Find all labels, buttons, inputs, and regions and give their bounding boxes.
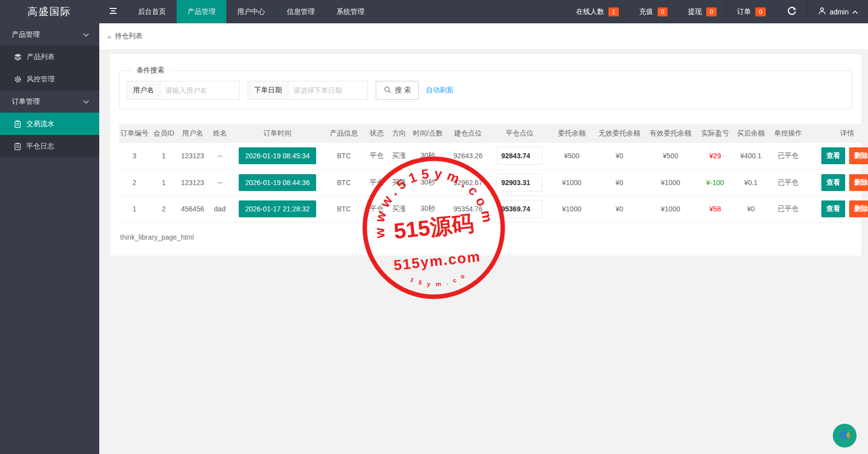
order-count-badge: 0 <box>755 7 766 16</box>
header-profit: 实际盈亏 <box>697 124 734 143</box>
cell-username: 123123 <box>178 143 207 169</box>
view-button[interactable]: 查看 <box>821 200 845 217</box>
search-legend: 条件搜索 <box>132 66 169 75</box>
page-title: 持仓列表 <box>115 32 142 41</box>
view-button[interactable]: 查看 <box>821 174 845 191</box>
sidebar-item-label: 交易流水 <box>26 120 54 129</box>
cell-control-status: 已平仓 <box>768 169 808 195</box>
positions-card: 条件搜索 用户名 下单日期 搜 索 自动刷新 <box>110 54 861 256</box>
sidebar-item-risk-control[interactable]: 风控管理 <box>0 68 99 90</box>
cell-member-id: 1 <box>150 143 178 169</box>
view-button[interactable]: 查看 <box>821 147 845 164</box>
cell-status: 平仓 <box>365 195 388 222</box>
header-status: 状态 <box>365 124 388 143</box>
close-point-input[interactable] <box>497 147 542 165</box>
stat-label: 订单 <box>737 7 751 16</box>
sidebar: 产品管理 产品列表 风控管理 订单管理 交易流水 平仓日志 <box>0 23 99 454</box>
recharge-count-badge: 0 <box>658 7 668 16</box>
cell-product: BTC <box>323 143 365 169</box>
cell-profit: ¥-100 <box>697 169 734 195</box>
chevron-down-icon <box>83 98 89 106</box>
cell-entrust: ¥1000 <box>549 195 595 222</box>
admin-username: admin <box>830 8 849 16</box>
refresh-button[interactable] <box>776 0 807 23</box>
stat-withdraw[interactable]: 提现 0 <box>677 0 727 23</box>
nav-item-info[interactable]: 信息管理 <box>276 0 326 23</box>
nav-item-users[interactable]: 用户中心 <box>226 0 276 23</box>
cell-entrust: ¥500 <box>549 143 595 169</box>
stat-recharge[interactable]: 充值 0 <box>629 0 678 23</box>
order-time-button[interactable]: 2026-01-17 21:28:32 <box>239 200 316 217</box>
order-time-button[interactable]: 2026-01-19 08:45:34 <box>239 147 316 164</box>
refresh-icon <box>787 6 797 17</box>
cell-username: 456456 <box>178 195 207 222</box>
delete-button[interactable]: 删除 <box>849 174 868 191</box>
search-button[interactable]: 搜 索 <box>376 81 419 100</box>
search-button-label: 搜 索 <box>395 86 411 95</box>
sidebar-group-orders[interactable]: 订单管理 <box>0 90 99 113</box>
cell-name: -- <box>207 169 232 195</box>
cell-open-point: 95354.76 <box>446 195 490 222</box>
username-label: 用户名 <box>127 81 160 100</box>
header-control: 单控操作 <box>768 124 808 143</box>
cell-name: dad <box>207 195 232 222</box>
close-point-input[interactable] <box>497 200 542 218</box>
cell-after-balance: ¥0.1 <box>734 169 768 195</box>
nav-item-home[interactable]: 后台首页 <box>127 0 177 23</box>
header-detail: 详情 <box>808 124 868 143</box>
admin-menu[interactable]: admin <box>807 0 868 23</box>
nav-item-products[interactable]: 产品管理 <box>177 0 226 23</box>
sound-button[interactable] <box>833 424 857 448</box>
cell-control-status: 已平仓 <box>768 195 808 222</box>
sidebar-item-product-list[interactable]: 产品列表 <box>0 46 99 68</box>
withdraw-count-badge: 0 <box>706 7 717 16</box>
delete-button[interactable]: 删除 <box>849 147 868 164</box>
clipboard-icon <box>14 142 21 150</box>
cell-entrust: ¥1000 <box>549 169 595 195</box>
cell-username: 123123 <box>178 169 207 195</box>
cell-status: 平仓 <box>365 169 388 195</box>
header-open-point: 建仓点位 <box>446 124 490 143</box>
stat-label: 在线人数 <box>576 7 604 16</box>
sidebar-item-trade-flow[interactable]: 交易流水 <box>0 113 99 135</box>
username-input[interactable] <box>160 81 240 100</box>
cell-duration: 30秒 <box>410 169 446 195</box>
header-order-time: 订单时间 <box>232 124 323 143</box>
header-member-id: 会员ID <box>150 124 178 143</box>
table-row: 1 2 456456 dad 2026-01-17 21:28:32 BTC 平… <box>119 195 868 222</box>
delete-button[interactable]: 删除 <box>849 200 868 217</box>
stat-orders[interactable]: 订单 0 <box>727 0 776 23</box>
nav-item-system[interactable]: 系统管理 <box>326 0 375 23</box>
cell-order-no: 1 <box>119 195 150 222</box>
cell-invalid-entrust: ¥0 <box>595 195 644 222</box>
order-time-button[interactable]: 2026-01-19 08:44:36 <box>239 174 316 191</box>
sidebar-item-label: 风控管理 <box>27 75 55 84</box>
sidebar-group-products[interactable]: 产品管理 <box>0 23 99 46</box>
order-date-input[interactable] <box>288 81 368 100</box>
cell-direction: 买涨 <box>388 169 410 195</box>
close-point-input[interactable] <box>497 174 542 192</box>
chevron-down-icon <box>83 31 89 39</box>
stat-online-users[interactable]: 在线人数 1 <box>566 0 629 23</box>
order-date-field-group: 下单日期 <box>248 81 368 100</box>
cell-direction: 买涨 <box>388 143 410 169</box>
auto-refresh-link[interactable]: 自动刷新 <box>426 86 454 95</box>
header-after-balance: 买后余额 <box>734 124 768 143</box>
cell-after-balance: ¥400.1 <box>734 143 768 169</box>
menu-toggle-button[interactable] <box>99 0 127 23</box>
cell-order-no: 3 <box>119 143 150 169</box>
table-header-row: 订单编号 会员ID 用户名 姓名 订单时间 产品信息 状态 方向 时间/点数 建… <box>119 124 868 143</box>
person-icon <box>818 6 826 17</box>
header-product: 产品信息 <box>323 124 365 143</box>
cell-member-id: 1 <box>150 169 178 195</box>
stat-label: 提现 <box>688 7 702 16</box>
app-logo: 高盛国际 <box>0 0 99 23</box>
positions-table: 订单编号 会员ID 用户名 姓名 订单时间 产品信息 状态 方向 时间/点数 建… <box>119 124 868 222</box>
cell-profit: ¥58 <box>697 195 734 222</box>
header-username: 用户名 <box>178 124 207 143</box>
sidebar-item-close-log[interactable]: 平仓日志 <box>0 135 99 157</box>
header-invalid-entrust: 无效委托余额 <box>595 124 644 143</box>
search-fieldset: 条件搜索 用户名 下单日期 搜 索 自动刷新 <box>119 66 852 109</box>
footer-note: think_library_page_html <box>119 222 852 246</box>
search-icon <box>384 86 392 95</box>
